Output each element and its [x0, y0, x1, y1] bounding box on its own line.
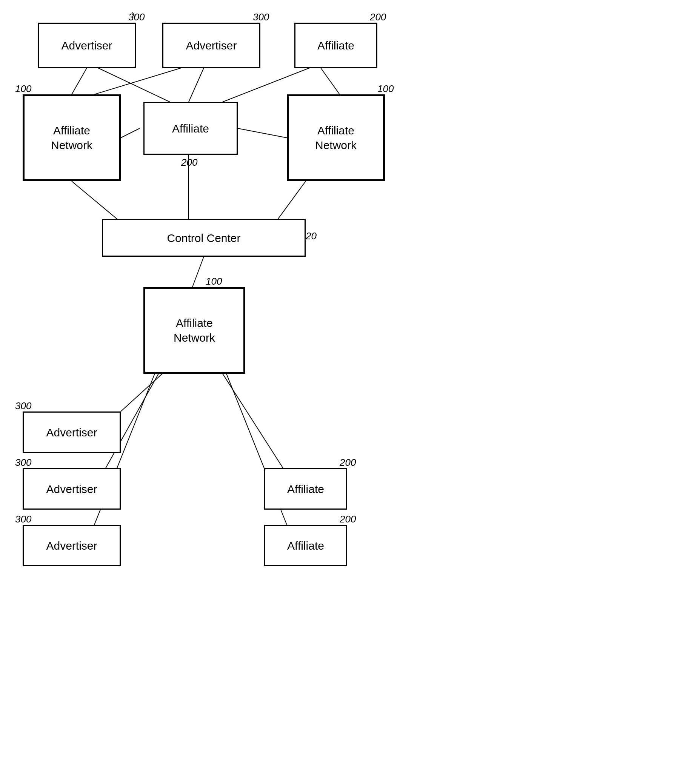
affiliate-box-center: Affiliate	[144, 102, 238, 155]
svg-line-7	[238, 128, 287, 138]
ref-200-center: 200	[181, 157, 197, 168]
advertiser-box-1: Advertiser	[38, 23, 136, 68]
ref-20: 20	[306, 230, 317, 242]
advertiser-label-3: Advertiser	[46, 425, 97, 440]
svg-line-11	[193, 257, 204, 287]
advertiser-label-5: Advertiser	[46, 538, 97, 553]
affiliate-label-br2: Affiliate	[287, 538, 324, 553]
svg-line-3	[189, 68, 204, 102]
advertiser-label-2: Advertiser	[186, 38, 237, 53]
svg-line-0	[72, 68, 87, 94]
ref-300-2: 300	[253, 11, 269, 23]
advertiser-label-4: Advertiser	[46, 482, 97, 496]
svg-line-2	[94, 68, 181, 94]
diagram: Advertiser 300 Advertiser 300 Affiliate …	[0, 0, 700, 772]
ref-100-right: 100	[377, 83, 393, 95]
affiliate-network-left: AffiliateNetwork	[23, 94, 121, 181]
advertiser-box-2: Advertiser	[162, 23, 260, 68]
ref-200-br2: 200	[339, 514, 356, 525]
network-left-label: AffiliateNetwork	[51, 123, 93, 152]
affiliate-label-br1: Affiliate	[287, 482, 324, 496]
svg-line-6	[121, 128, 140, 138]
ref-200-top: 200	[370, 11, 386, 23]
ref-300-3: 300	[15, 400, 31, 412]
svg-line-12	[121, 374, 162, 412]
advertiser-box-4: Advertiser	[23, 468, 121, 510]
affiliate-box-top: Affiliate	[294, 23, 377, 68]
ref-200-br1: 200	[339, 457, 356, 468]
svg-line-4	[321, 68, 339, 94]
ref-100-left: 100	[15, 83, 31, 95]
affiliate-box-br2: Affiliate	[264, 525, 347, 566]
advertiser-box-5: Advertiser	[23, 525, 121, 566]
network-right-label: AffiliateNetwork	[315, 123, 357, 152]
affiliate-network-mid: AffiliateNetwork	[144, 287, 245, 374]
affiliate-box-br1: Affiliate	[264, 468, 347, 510]
affiliate-label-top: Affiliate	[317, 38, 354, 53]
network-mid-label: AffiliateNetwork	[174, 316, 215, 345]
control-center-box: Control Center	[102, 219, 306, 257]
svg-line-15	[223, 374, 283, 468]
ref-300-4: 300	[15, 457, 31, 468]
control-center-label: Control Center	[167, 231, 240, 245]
affiliate-network-right: AffiliateNetwork	[287, 94, 385, 181]
ref-300-5: 300	[15, 514, 31, 525]
advertiser-box-3: Advertiser	[23, 412, 121, 453]
ref-100-mid: 100	[206, 276, 222, 287]
affiliate-label-center: Affiliate	[172, 121, 209, 136]
advertiser-label-1: Advertiser	[61, 38, 112, 53]
